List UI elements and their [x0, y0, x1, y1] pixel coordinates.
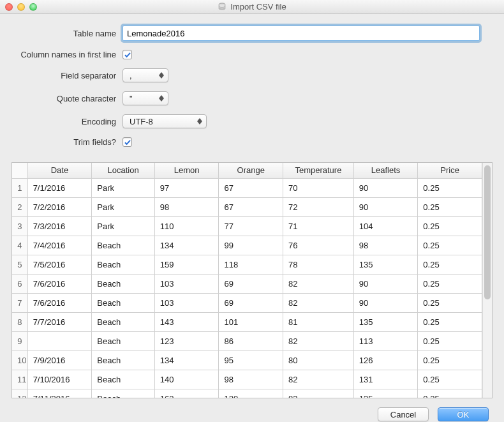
table-cell[interactable]: 143	[154, 312, 219, 331]
table-cell[interactable]: 135	[353, 255, 418, 274]
cancel-button[interactable]: Cancel	[378, 407, 429, 421]
table-cell[interactable]: 162	[154, 389, 219, 398]
table-cell[interactable]: 90	[353, 274, 418, 293]
table-cell[interactable]: 90	[353, 293, 418, 312]
scrollbar-thumb[interactable]	[484, 165, 491, 299]
table-cell[interactable]: 7/3/2016	[27, 216, 92, 236]
table-cell[interactable]: Beach	[92, 350, 155, 370]
table-cell[interactable]: 67	[219, 178, 283, 197]
column-header[interactable]: Lemon	[154, 163, 219, 178]
table-cell[interactable]: Beach	[92, 293, 155, 312]
table-row[interactable]: 87/7/2016Beach143101811350.25	[12, 312, 482, 331]
table-cell[interactable]: Park	[92, 197, 155, 216]
table-cell[interactable]: 72	[283, 197, 354, 216]
table-cell[interactable]: 86	[219, 331, 283, 350]
table-cell[interactable]: Beach	[92, 236, 155, 255]
table-cell[interactable]: Beach	[92, 255, 155, 274]
table-cell[interactable]: 110	[154, 216, 219, 236]
table-cell[interactable]: 0.25	[418, 350, 482, 370]
table-row[interactable]: 9Beach12386821130.25	[12, 331, 482, 350]
table-cell[interactable]: 7/6/2016	[27, 293, 92, 312]
table-cell[interactable]: 98	[219, 370, 283, 389]
table-cell[interactable]: 0.25	[418, 331, 482, 350]
table-cell[interactable]: 82	[283, 370, 354, 389]
table-cell[interactable]: 0.25	[418, 236, 482, 255]
table-cell[interactable]: 7/11/2016	[27, 389, 92, 398]
table-cell[interactable]	[27, 331, 92, 350]
table-cell[interactable]: 131	[353, 370, 418, 389]
table-cell[interactable]: 134	[154, 236, 219, 255]
column-header[interactable]: Leaflets	[353, 163, 418, 178]
table-row[interactable]: 37/3/2016Park11077711040.25	[12, 216, 482, 236]
table-cell[interactable]: 69	[219, 274, 283, 293]
table-cell[interactable]: 123	[154, 331, 219, 350]
table-cell[interactable]: 98	[353, 236, 418, 255]
table-cell[interactable]: 7/7/2016	[27, 312, 92, 331]
zoom-window-icon[interactable]	[29, 3, 37, 11]
table-cell[interactable]: 120	[219, 389, 283, 398]
table-cell[interactable]: 82	[283, 331, 354, 350]
table-row[interactable]: 127/11/2016Beach162120831350.25	[12, 389, 482, 398]
table-row[interactable]: 67/6/2016Beach1036982900.25	[12, 274, 482, 293]
column-header[interactable]: Price	[418, 163, 482, 178]
field-separator-select[interactable]: ,	[122, 68, 168, 82]
table-cell[interactable]: 135	[353, 389, 418, 398]
table-row[interactable]: 117/10/2016Beach14098821310.25	[12, 370, 482, 389]
table-name-input[interactable]	[122, 26, 480, 41]
table-cell[interactable]: 0.25	[418, 197, 482, 216]
table-cell[interactable]: 104	[353, 216, 418, 236]
table-cell[interactable]: 0.25	[418, 389, 482, 398]
table-cell[interactable]: 7/1/2016	[27, 178, 92, 197]
table-cell[interactable]: Beach	[92, 274, 155, 293]
table-cell[interactable]: Beach	[92, 389, 155, 398]
table-cell[interactable]: 7/6/2016	[27, 274, 92, 293]
table-cell[interactable]: 103	[154, 293, 219, 312]
table-cell[interactable]: 69	[219, 293, 283, 312]
table-cell[interactable]: Beach	[92, 312, 155, 331]
table-cell[interactable]: 0.25	[418, 255, 482, 274]
column-header[interactable]: Date	[27, 163, 92, 178]
table-cell[interactable]: 7/4/2016	[27, 236, 92, 255]
vertical-scrollbar[interactable]	[482, 163, 492, 398]
column-header[interactable]: Orange	[219, 163, 283, 178]
row-number-header[interactable]	[12, 163, 27, 178]
table-cell[interactable]: 76	[283, 236, 354, 255]
table-cell[interactable]: 134	[154, 350, 219, 370]
table-cell[interactable]: 82	[283, 274, 354, 293]
table-cell[interactable]: 0.25	[418, 370, 482, 389]
table-cell[interactable]: 140	[154, 370, 219, 389]
quote-character-select[interactable]: "	[122, 91, 168, 105]
table-cell[interactable]: Park	[92, 178, 155, 197]
table-cell[interactable]: Beach	[92, 370, 155, 389]
column-names-first-line-checkbox[interactable]	[122, 50, 132, 59]
table-cell[interactable]: 0.25	[418, 178, 482, 197]
table-row[interactable]: 57/5/2016Beach159118781350.25	[12, 255, 482, 274]
table-cell[interactable]: 159	[154, 255, 219, 274]
table-cell[interactable]: 67	[219, 197, 283, 216]
table-cell[interactable]: 126	[353, 350, 418, 370]
table-row[interactable]: 77/6/2016Beach1036982900.25	[12, 293, 482, 312]
table-cell[interactable]: 103	[154, 274, 219, 293]
table-cell[interactable]: 77	[219, 216, 283, 236]
minimize-window-icon[interactable]	[17, 3, 25, 11]
table-cell[interactable]: 83	[283, 389, 354, 398]
table-cell[interactable]: 118	[219, 255, 283, 274]
table-cell[interactable]: 95	[219, 350, 283, 370]
column-header[interactable]: Temperature	[283, 163, 354, 178]
encoding-select[interactable]: UTF-8	[122, 114, 207, 128]
table-cell[interactable]: 135	[353, 312, 418, 331]
table-cell[interactable]: Beach	[92, 331, 155, 350]
table-cell[interactable]: 0.25	[418, 312, 482, 331]
table-cell[interactable]: Park	[92, 216, 155, 236]
ok-button[interactable]: OK	[438, 407, 489, 421]
table-cell[interactable]: 78	[283, 255, 354, 274]
table-cell[interactable]: 0.25	[418, 274, 482, 293]
table-cell[interactable]: 98	[154, 197, 219, 216]
table-cell[interactable]: 70	[283, 178, 354, 197]
table-row[interactable]: 47/4/2016Beach1349976980.25	[12, 236, 482, 255]
table-cell[interactable]: 0.25	[418, 216, 482, 236]
table-cell[interactable]: 7/9/2016	[27, 350, 92, 370]
table-cell[interactable]: 97	[154, 178, 219, 197]
table-cell[interactable]: 7/10/2016	[27, 370, 92, 389]
trim-fields-checkbox[interactable]	[122, 137, 132, 147]
